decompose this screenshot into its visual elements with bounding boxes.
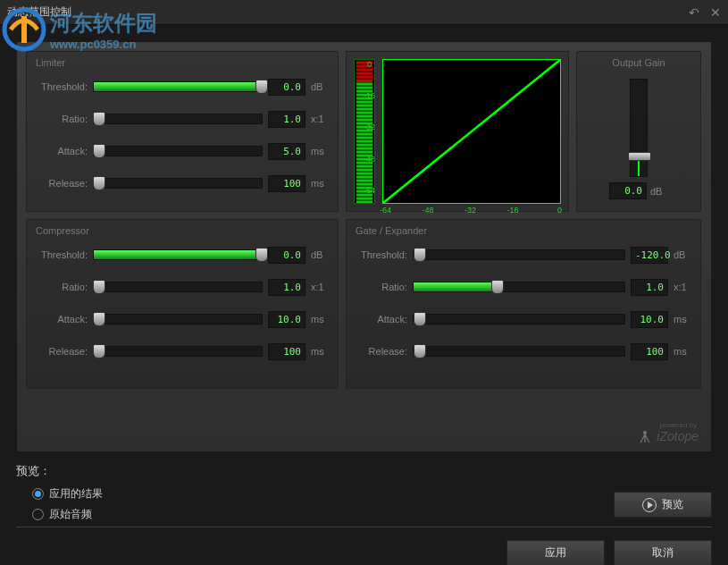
comp-release-label: Release:: [36, 346, 88, 357]
radio-original-label: 原始音频: [49, 507, 92, 522]
output-gain-value[interactable]: 0.0: [609, 182, 647, 199]
comp-release-value[interactable]: 100: [268, 343, 305, 360]
preview-button[interactable]: 预览: [614, 492, 712, 518]
limiter-threshold-row: Threshold: 0.0 dB: [36, 73, 329, 100]
gate-threshold-value[interactable]: -120.0: [631, 247, 668, 264]
limiter-attack-row: Attack: 5.0 ms: [36, 138, 329, 164]
limiter-threshold-slider[interactable]: [93, 81, 263, 92]
x-tick-2: -32: [464, 206, 476, 215]
gate-release-unit: ms: [674, 346, 691, 357]
limiter-ratio-value[interactable]: 1.0: [268, 111, 305, 128]
limiter-ratio-slider[interactable]: [93, 114, 263, 124]
close-icon[interactable]: ✕: [710, 5, 721, 20]
apply-button[interactable]: 应用: [506, 540, 605, 565]
limiter-attack-label: Attack:: [36, 146, 88, 156]
comp-threshold-unit: dB: [311, 249, 329, 260]
undo-icon[interactable]: ↶: [689, 5, 699, 20]
transfer-graph: 0 -16 -32 -48 -64 -64 -48 -32 -16 0: [346, 51, 569, 212]
x-tick-1: -48: [423, 206, 434, 215]
preview-label: 预览：: [16, 463, 712, 479]
gate-release-value[interactable]: 100: [631, 343, 668, 360]
y-tick-4: -64: [364, 186, 375, 195]
output-gain-title: Output Gain: [612, 57, 665, 68]
y-tick-0: 0: [367, 60, 372, 69]
comp-ratio-slider[interactable]: [93, 282, 263, 292]
limiter-release-unit: ms: [311, 178, 329, 189]
limiter-ratio-row: Ratio: 1.0 x:1: [36, 105, 329, 132]
comp-ratio-unit: x:1: [311, 282, 329, 292]
limiter-section: Limiter Threshold: 0.0 dB Ratio: 1.0 x:1…: [26, 51, 339, 212]
gate-threshold-unit: dB: [674, 249, 691, 260]
comp-threshold-label: Threshold:: [36, 249, 88, 260]
gate-title: Gate / Expander: [356, 225, 691, 236]
powered-by-label: powered by: [660, 421, 697, 429]
limiter-attack-slider[interactable]: [93, 146, 263, 156]
main-panel: Limiter Threshold: 0.0 dB Ratio: 1.0 x:1…: [16, 41, 712, 452]
comp-threshold-slider[interactable]: [93, 249, 263, 260]
gate-threshold-label: Threshold:: [356, 249, 407, 260]
preview-button-label: 预览: [662, 497, 683, 512]
limiter-threshold-unit: dB: [311, 81, 329, 92]
x-tick-3: -16: [507, 206, 519, 215]
comp-threshold-value[interactable]: 0.0: [268, 247, 305, 264]
gate-release-label: Release:: [356, 346, 407, 357]
radio-icon: [32, 488, 44, 500]
gate-ratio-unit: x:1: [674, 282, 691, 292]
x-tick-0: -64: [380, 206, 391, 215]
limiter-release-value[interactable]: 100: [268, 175, 305, 192]
comp-attack-unit: ms: [311, 314, 329, 325]
limiter-attack-value[interactable]: 5.0: [268, 143, 305, 160]
comp-attack-slider[interactable]: [93, 314, 263, 325]
footer-panel: 预览： 应用的结果 原始音频 预览: [16, 463, 712, 518]
comp-release-unit: ms: [311, 346, 329, 357]
divider: [16, 527, 712, 527]
limiter-threshold-label: Threshold:: [36, 81, 88, 92]
gate-ratio-value[interactable]: 1.0: [631, 279, 668, 296]
apply-button-label: 应用: [545, 545, 566, 561]
izotope-icon: [637, 428, 653, 444]
output-gain-slider[interactable]: [630, 79, 648, 177]
gate-release-slider[interactable]: [413, 346, 625, 357]
svg-line-2: [383, 60, 560, 203]
limiter-release-label: Release:: [36, 178, 88, 189]
cancel-button[interactable]: 取消: [614, 540, 712, 565]
radio-icon: [32, 509, 44, 520]
y-tick-3: -48: [364, 155, 375, 164]
x-tick-4: 0: [557, 206, 562, 215]
titlebar: 动态范围控制 ↶ ✕: [0, 0, 728, 25]
compressor-section: Compressor Threshold:0.0dB Ratio:1.0x:1 …: [26, 219, 339, 389]
izotope-label: iZotope: [657, 429, 699, 443]
limiter-threshold-value[interactable]: 0.0: [268, 79, 305, 96]
comp-attack-value[interactable]: 10.0: [268, 311, 305, 328]
limiter-ratio-label: Ratio:: [36, 114, 88, 124]
gate-attack-unit: ms: [674, 314, 691, 325]
output-gain-section: Output Gain 0.0 dB: [576, 51, 701, 212]
output-gain-unit: dB: [650, 186, 668, 197]
y-tick-1: -16: [364, 91, 375, 100]
gate-threshold-slider[interactable]: [413, 249, 625, 260]
comp-attack-label: Attack:: [36, 314, 88, 325]
comp-ratio-label: Ratio:: [36, 282, 88, 292]
compressor-title: Compressor: [36, 225, 329, 236]
comp-release-slider[interactable]: [93, 346, 263, 357]
window-title: 动态范围控制: [7, 4, 71, 20]
radio-applied-label: 应用的结果: [49, 486, 103, 502]
gate-ratio-label: Ratio:: [356, 282, 407, 292]
gate-section: Gate / Expander Threshold:-120.0dB Ratio…: [346, 219, 701, 389]
limiter-ratio-unit: x:1: [311, 114, 329, 124]
izotope-brand: powered by iZotope: [637, 428, 699, 444]
gate-attack-value[interactable]: 10.0: [631, 311, 668, 328]
cancel-button-label: 取消: [652, 545, 674, 561]
play-icon: [642, 498, 657, 512]
limiter-release-row: Release: 100 ms: [36, 170, 329, 197]
limiter-attack-unit: ms: [311, 146, 329, 156]
gate-attack-slider[interactable]: [413, 314, 625, 325]
comp-ratio-value[interactable]: 1.0: [268, 279, 305, 296]
svg-point-3: [643, 431, 647, 434]
transfer-curve: 0 -16 -32 -48 -64 -64 -48 -32 -16 0: [382, 59, 561, 204]
gate-ratio-slider[interactable]: [413, 282, 625, 292]
gate-attack-label: Attack:: [356, 314, 407, 325]
limiter-release-slider[interactable]: [93, 178, 263, 189]
limiter-title: Limiter: [36, 57, 329, 68]
y-tick-2: -32: [364, 122, 375, 131]
